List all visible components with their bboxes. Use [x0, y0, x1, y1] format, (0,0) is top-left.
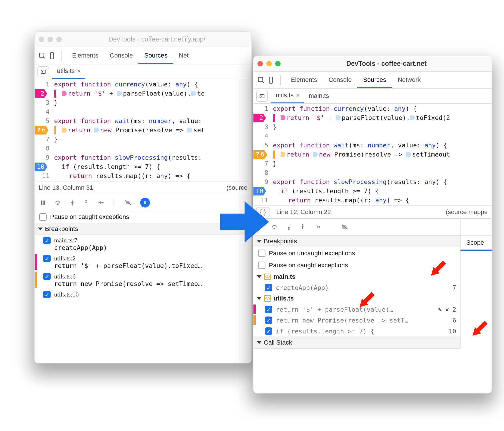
breakpoint-snippet: return '$' + parseFloat(value)… [276, 306, 434, 313]
file-tab-main[interactable]: main.ts [304, 89, 334, 103]
zoom-dot[interactable] [56, 37, 62, 42]
pause-icon[interactable] [40, 199, 46, 206]
file-tab-label: utils.ts [57, 67, 75, 75]
checkbox-checked[interactable]: ✓ [43, 237, 51, 244]
tab-network[interactable]: Net [173, 48, 194, 64]
pause-uncaught-label: Pause on uncaught exceptions [269, 250, 355, 257]
svg-point-6 [72, 204, 73, 205]
callout-arrow-icon [471, 318, 491, 338]
breakpoints-title: Breakpoints [45, 225, 78, 233]
pause-on-exceptions-icon[interactable] [140, 198, 150, 207]
window-title: DevTools - coffee-cart.netlify.app/ [66, 35, 247, 43]
window-titlebar: DevTools - coffee-cart.netlify.app/ [35, 32, 251, 47]
breakpoint-snippet: createApp(App) [43, 244, 247, 251]
breakpoint-line-number: 7 [453, 284, 456, 291]
file-tab-utils[interactable]: utils.ts × [271, 89, 304, 103]
device-icon[interactable] [266, 75, 276, 85]
disclosure-triangle-icon [257, 275, 261, 278]
traffic-lights[interactable] [257, 61, 281, 66]
editor-status: Line 13, Column 31 (source [35, 181, 251, 194]
close-icon[interactable]: × [77, 67, 81, 75]
file-tabs: utils.ts × [35, 64, 251, 79]
step-out-icon[interactable] [300, 224, 305, 230]
panel-tabs: Elements Console Sources Net [35, 47, 251, 64]
tab-scope[interactable]: Scope [461, 235, 492, 251]
breakpoint-snippet: if (results.length >= 7) { [276, 328, 445, 335]
deactivate-breakpoints-icon[interactable] [341, 224, 349, 230]
traffic-lights[interactable] [39, 37, 62, 42]
minimize-dot[interactable] [47, 37, 53, 42]
inspect-icon[interactable] [256, 75, 266, 85]
zoom-dot[interactable] [275, 61, 281, 66]
breakpoint-line-number: 6 [453, 317, 456, 324]
breakpoint-location: utils.ts:2 [54, 255, 76, 262]
checkbox-unchecked[interactable] [39, 213, 47, 221]
close-dot[interactable] [39, 37, 44, 42]
tab-sources[interactable]: Sources [138, 48, 173, 64]
pause-caught-label: Pause on caught exceptions [269, 262, 348, 269]
breakpoint-item[interactable]: ✓return new Promise(resolve => setT…6 [253, 315, 460, 326]
checkbox-checked[interactable]: ✓ [43, 255, 51, 262]
disclosure-triangle-icon [257, 341, 261, 344]
checkbox-checked[interactable]: ✓ [265, 284, 272, 291]
checkbox-checked[interactable]: ✓ [43, 273, 51, 280]
file-tab-label: main.ts [309, 92, 329, 100]
devtools-window-after: DevTools - coffee-cart.net Elements Cons… [253, 56, 492, 394]
tab-sources[interactable]: Sources [357, 72, 392, 88]
step-into-icon[interactable] [286, 224, 292, 230]
breakpoint-file-group[interactable]: <>utils.ts [253, 293, 460, 304]
close-dot[interactable] [257, 61, 263, 66]
tab-elements[interactable]: Elements [66, 48, 104, 64]
file-tabs: utils.ts × main.ts [253, 89, 492, 104]
breakpoint-item[interactable]: ✓createApp(App)7 [253, 282, 460, 293]
disclosure-triangle-icon [38, 228, 43, 230]
breakpoint-location: main.ts:7 [54, 237, 77, 244]
step-into-icon[interactable] [70, 199, 75, 206]
svg-rect-9 [144, 201, 145, 204]
breakpoint-item[interactable]: ✓if (results.length >= 7) {10 [253, 326, 460, 337]
editor-status: { } Line 12, Column 22 (source mappe [253, 205, 492, 219]
navigator-toggle-icon[interactable] [37, 66, 49, 77]
cursor-position: Line 12, Column 22 [276, 208, 331, 216]
breakpoint-item[interactable]: ✓utils.ts:10 [35, 289, 251, 300]
edit-icon[interactable]: ✎ [438, 306, 442, 313]
navigator-toggle-icon[interactable] [256, 91, 268, 102]
deactivate-breakpoints-icon[interactable] [124, 199, 132, 206]
file-icon: <> [264, 295, 271, 302]
disclosure-triangle-icon [257, 297, 261, 300]
tab-network[interactable]: Network [392, 72, 426, 88]
tab-console[interactable]: Console [104, 48, 139, 64]
tab-console[interactable]: Console [323, 72, 358, 88]
close-icon[interactable]: × [296, 92, 299, 99]
code-editor[interactable]: 12345?67891011 export function currency(… [35, 79, 251, 181]
debugger-toolbar [253, 219, 460, 235]
sourcemap-hint: (source [227, 184, 247, 191]
step-over-icon[interactable] [54, 199, 61, 206]
svg-rect-10 [145, 201, 146, 204]
step-icon[interactable] [313, 224, 321, 230]
checkbox-checked[interactable]: ✓ [265, 327, 272, 335]
remove-icon[interactable]: ✕ [445, 306, 449, 313]
checkbox-checked[interactable]: ✓ [265, 317, 272, 324]
checkbox-checked[interactable]: ✓ [43, 291, 51, 298]
device-icon[interactable] [47, 51, 57, 61]
checkbox-unchecked[interactable] [258, 262, 265, 269]
svg-rect-12 [269, 77, 273, 83]
breakpoints-header[interactable]: Breakpoints [253, 235, 460, 247]
svg-point-5 [57, 203, 58, 205]
breakpoint-item[interactable]: ✓utils.ts:6return new Promise(resolve =>… [35, 271, 251, 289]
breakpoint-item[interactable]: ✓return '$' + parseFloat(value)…✎✕2 [253, 304, 460, 315]
breakpoint-snippet: return new Promise(resolve => setTimeo… [43, 280, 247, 287]
breakpoint-item[interactable]: ✓utils.ts:2return '$' + parseFloat(value… [35, 253, 251, 271]
callstack-header[interactable]: Call Stack [253, 337, 460, 349]
checkbox-checked[interactable]: ✓ [265, 306, 272, 313]
code-editor[interactable]: 12345?67891011 export function currency(… [253, 104, 492, 205]
breakpoint-snippet: return '$' + parseFloat(value).toFixed… [43, 262, 247, 269]
file-tab-utils[interactable]: utils.ts × [52, 64, 85, 79]
checkbox-unchecked[interactable] [258, 250, 265, 257]
tab-elements[interactable]: Elements [285, 72, 323, 88]
step-out-icon[interactable] [83, 199, 89, 206]
minimize-dot[interactable] [266, 61, 272, 66]
step-icon[interactable] [97, 200, 104, 205]
inspect-icon[interactable] [37, 51, 47, 61]
